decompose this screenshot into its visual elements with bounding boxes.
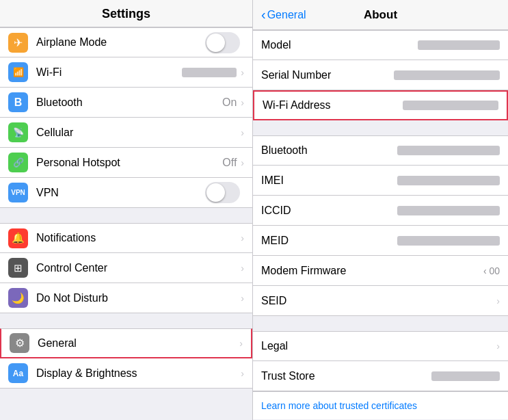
notifications-chevron: › [241, 233, 244, 244]
airplane-toggle[interactable] [205, 32, 240, 53]
wifi-chevron: › [241, 67, 244, 78]
settings-row-general[interactable]: ⚙ General › [0, 328, 252, 358]
learn-more-link[interactable]: Learn more about trusted certificates [253, 391, 508, 419]
iccid-value [397, 206, 500, 215]
group-separator-1 [0, 208, 252, 223]
left-header: Settings [0, 0, 252, 27]
group-separator-2 [0, 313, 252, 328]
wifi-icon: 📶 [8, 62, 28, 82]
settings-group-2: 🔔 Notifications › ⊞ Control Center › 🌙 D… [0, 223, 252, 313]
modem-value: ‹ 00 [483, 265, 500, 276]
legal-label: Legal [261, 340, 492, 352]
cellular-chevron: › [241, 127, 244, 138]
settings-row-bluetooth[interactable]: B Bluetooth On › [0, 88, 252, 118]
about-row-meid: MEID [253, 226, 508, 256]
about-row-seid[interactable]: SEID › [253, 286, 508, 316]
learn-more-text[interactable]: Learn more about trusted certificates [261, 400, 417, 411]
settings-row-cellular[interactable]: 📡 Cellular › [0, 118, 252, 148]
imei-label: IMEI [261, 174, 397, 187]
about-row-imei: IMEI [253, 166, 508, 196]
iccid-label: ICCID [261, 205, 397, 217]
seid-label: SEID [261, 295, 492, 307]
settings-row-control[interactable]: ⊞ Control Center › [0, 253, 252, 283]
settings-row-dnd[interactable]: 🌙 Do Not Disturb › [0, 283, 252, 313]
about-group-1: Model Serial Number Wi-Fi Address [253, 30, 508, 120]
bluetooth-chevron: › [241, 97, 244, 108]
back-button[interactable]: ‹ General [261, 7, 306, 23]
cellular-icon: 📡 [8, 122, 28, 142]
dnd-chevron: › [241, 293, 244, 304]
imei-value [397, 176, 500, 185]
about-bluetooth-label: Bluetooth [261, 144, 397, 157]
about-right-panel: ‹ General About Model Serial Number [253, 0, 508, 420]
bluetooth-icon: B [8, 92, 28, 112]
about-group-2: Bluetooth IMEI ICCID MEID [253, 135, 508, 316]
settings-row-hotspot[interactable]: 🔗 Personal Hotspot Off › [0, 148, 252, 178]
wifi-label: Wi-Fi [36, 66, 182, 79]
serial-value [394, 70, 500, 80]
about-bluetooth-value [397, 146, 500, 155]
model-label: Model [261, 39, 418, 51]
control-chevron: › [241, 263, 244, 274]
about-row-modem: Modem Firmware ‹ 00 [253, 256, 508, 286]
about-group-3: Legal › Trust Store [253, 331, 508, 391]
right-sep-2 [253, 316, 508, 331]
back-chevron-icon: ‹ [261, 7, 266, 23]
notifications-label: Notifications [36, 232, 241, 244]
control-label: Control Center [36, 262, 241, 274]
wifi-value [182, 68, 237, 77]
general-chevron: › [239, 338, 243, 349]
legal-chevron: › [496, 341, 500, 352]
control-icon: ⊞ [8, 258, 28, 278]
dnd-label: Do Not Disturb [36, 292, 241, 304]
serial-label: Serial Number [261, 69, 394, 81]
general-label: General [38, 337, 239, 350]
settings-list: ✈ Airplane Mode 📶 Wi-Fi › B Bluet [0, 27, 252, 420]
settings-row-airplane[interactable]: ✈ Airplane Mode [0, 27, 252, 57]
about-row-wifi-address: Wi-Fi Address [253, 90, 508, 120]
vpn-toggle[interactable] [205, 182, 240, 203]
about-row-model: Model [253, 30, 508, 60]
dnd-icon: 🌙 [8, 288, 28, 308]
right-sep-1 [253, 120, 508, 135]
meid-value [397, 236, 500, 246]
settings-group-1: ✈ Airplane Mode 📶 Wi-Fi › B Bluet [0, 27, 252, 208]
settings-row-notifications[interactable]: 🔔 Notifications › [0, 223, 252, 253]
vpn-label: VPN [36, 187, 205, 199]
settings-row-wifi[interactable]: 📶 Wi-Fi › [0, 57, 252, 88]
vpn-toggle-knob [206, 183, 225, 202]
vpn-icon: VPN [8, 183, 28, 202]
right-header: ‹ General About [253, 0, 508, 30]
settings-group-3: ⚙ General › Aa Display & Brightness › [0, 328, 252, 389]
about-row-iccid: ICCID [253, 196, 508, 226]
trust-value [431, 371, 500, 381]
cellular-label: Cellular [36, 127, 241, 139]
settings-row-display[interactable]: Aa Display & Brightness › [0, 358, 252, 389]
airplane-icon: ✈ [8, 33, 28, 53]
airplane-toggle-knob [206, 34, 225, 52]
hotspot-label: Personal Hotspot [36, 157, 222, 169]
modem-label: Modem Firmware [261, 265, 483, 277]
display-icon: Aa [8, 363, 28, 383]
hotspot-value: Off [222, 157, 237, 169]
back-label: General [267, 9, 306, 21]
display-chevron: › [241, 368, 244, 379]
model-value [418, 40, 500, 50]
about-row-serial: Serial Number [253, 60, 508, 90]
settings-row-vpn[interactable]: VPN VPN [0, 178, 252, 208]
settings-title: Settings [102, 7, 150, 21]
bluetooth-label: Bluetooth [36, 96, 222, 109]
bluetooth-value: On [222, 96, 237, 109]
seid-chevron: › [496, 296, 500, 306]
general-icon: ⚙ [10, 333, 29, 353]
wifi-address-label: Wi-Fi Address [263, 99, 403, 111]
about-row-legal[interactable]: Legal › [253, 331, 508, 361]
hotspot-icon: 🔗 [8, 153, 28, 172]
meid-label: MEID [261, 235, 397, 247]
trust-label: Trust Store [261, 370, 431, 382]
wifi-address-value [403, 101, 498, 110]
about-list: Model Serial Number Wi-Fi Address [253, 30, 508, 420]
hotspot-chevron: › [241, 157, 244, 168]
about-row-trust: Trust Store [253, 361, 508, 391]
airplane-label: Airplane Mode [36, 36, 205, 49]
